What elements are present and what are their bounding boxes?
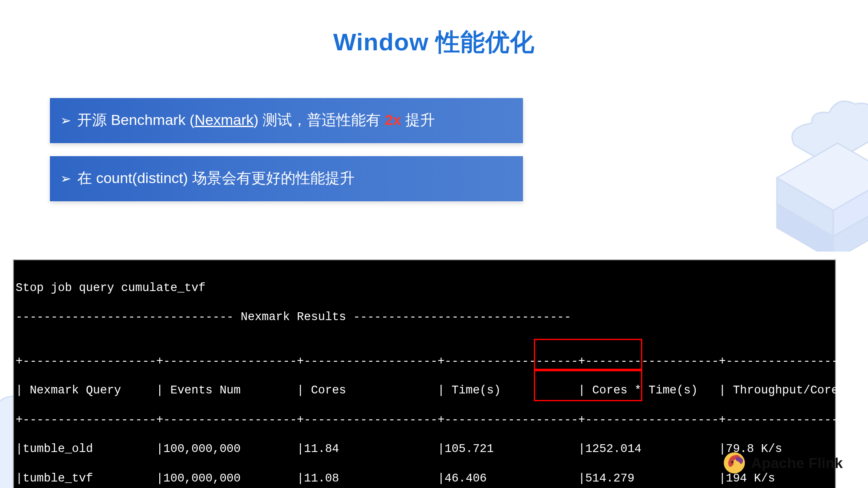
bullet-2: ➢ 在 count(distinct) 场景会有更好的性能提升 [50, 156, 523, 201]
svg-point-9 [731, 461, 733, 463]
terminal-line: +-------------------+-------------------… [16, 354, 833, 369]
terminal-line: Stop job query cumulate_tvf [16, 281, 833, 296]
bullet-list: ➢ 开源 Benchmark (Nexmark) 测试，普适性能有 2x 提升 … [50, 98, 523, 201]
table-row: |tumble_tvf |100,000,000 |11.08 |46.406 … [16, 472, 833, 486]
svg-marker-1 [777, 178, 833, 236]
terminal-line: +-------------------+-------------------… [16, 413, 833, 428]
footer-logo: Apache Flink [723, 452, 843, 474]
terminal-output: Stop job query cumulate_tvf ------------… [13, 259, 836, 488]
bullet-2-text: 在 count(distinct) 场景会有更好的性能提升 [77, 168, 355, 188]
bullet-1-highlight: 2x [385, 111, 401, 128]
terminal-line: ------------------------------- Nexmark … [16, 310, 833, 325]
bullet-arrow-icon: ➢ [60, 171, 71, 186]
terminal-header: | Nexmark Query | Events Num | Cores | T… [16, 383, 833, 398]
table-row: |tumble_old |100,000,000 |11.84 |105.721… [16, 442, 833, 457]
slide-title: Window 性能优化 [0, 26, 868, 59]
bullet-1-text: 开源 Benchmark (Nexmark) 测试，普适性能有 2x 提升 [77, 110, 435, 130]
bullet-arrow-icon: ➢ [60, 113, 71, 128]
bg-illustration-right [751, 87, 868, 252]
bullet-1-mid: ) 测试，普适性能有 [253, 111, 385, 128]
svg-marker-0 [777, 143, 868, 210]
nexmark-link[interactable]: Nexmark [194, 111, 253, 128]
bullet-1-prefix: 开源 Benchmark ( [77, 111, 194, 128]
flink-squirrel-icon [723, 452, 746, 474]
footer-brand-text: Apache Flink [751, 455, 843, 472]
bullet-1-suffix: 提升 [401, 111, 434, 128]
bullet-1: ➢ 开源 Benchmark (Nexmark) 测试，普适性能有 2x 提升 [50, 98, 523, 143]
svg-marker-2 [833, 176, 868, 236]
svg-marker-4 [833, 202, 868, 252]
svg-marker-3 [777, 204, 833, 252]
